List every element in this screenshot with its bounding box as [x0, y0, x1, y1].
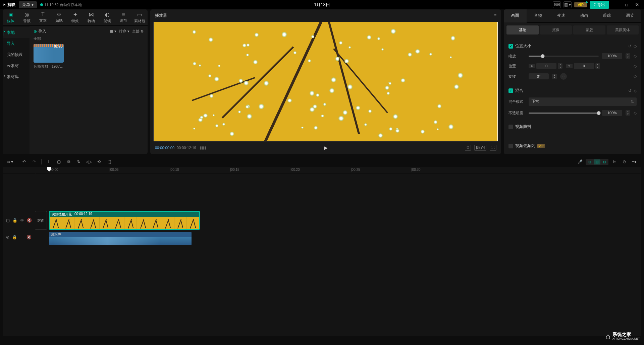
mirror-icon[interactable]: ◁▷ [85, 158, 93, 166]
track-toggle-icon[interactable]: ▢ [6, 218, 10, 223]
mic-icon[interactable]: 🎤 [576, 158, 584, 166]
snap-3[interactable]: ⊟ [601, 159, 608, 164]
snap-2[interactable]: ⊟ [594, 159, 600, 164]
snap-1[interactable]: ⊟ [586, 159, 593, 164]
subtab-cutout[interactable]: 抠像 [540, 25, 572, 34]
vip-badge[interactable]: VIP [574, 2, 587, 7]
import-button[interactable]: ⊕导入 [34, 28, 46, 34]
audio-track-lock-icon[interactable]: 🔒 [12, 235, 17, 239]
sidebar-item-cloud[interactable]: 云素材 [3, 60, 30, 71]
opacity-keyframe-icon[interactable]: ◇ [634, 111, 637, 115]
blend-keyframe-icon[interactable]: ◇ [634, 88, 637, 93]
blend-mode-select[interactable]: 正常⇅ [529, 97, 637, 106]
timeline-ruler[interactable]: |00:00 |00:05 |00:10 |00:15 |00:20 |00:2… [36, 167, 641, 174]
opacity-slider[interactable] [529, 113, 599, 114]
minimize-button[interactable]: — [612, 1, 620, 8]
sidebar-item-import[interactable]: 导入 [3, 38, 30, 49]
rotate-value[interactable]: 0° [529, 73, 549, 79]
track-mute-icon[interactable]: 🔇 [27, 218, 32, 223]
scale-keyframe-icon[interactable]: ◇ [634, 54, 637, 58]
scale-value[interactable]: 100% [602, 53, 622, 59]
tab-adjust[interactable]: ≡调节 [115, 9, 131, 25]
blend-reset-icon[interactable]: ↺ [628, 88, 632, 93]
rotate-keyframe-icon[interactable]: ◇ [634, 74, 637, 79]
pos-size-checkbox[interactable]: ✓ [508, 44, 513, 49]
play-button[interactable]: ▶ [324, 145, 328, 150]
tab-media[interactable]: ▣媒体 [3, 9, 19, 25]
subtab-mask[interactable]: 蒙版 [573, 25, 605, 34]
audio-track-toggle-icon[interactable]: ⊘ [6, 235, 9, 239]
playhead[interactable] [49, 167, 49, 336]
tab-effects[interactable]: ✦特效 [67, 9, 83, 25]
export-button[interactable]: ⤴导出 [590, 1, 609, 9]
subtab-basic[interactable]: 基础 [506, 25, 539, 34]
reset-icon[interactable]: ↺ [628, 44, 632, 49]
props-tab-audio[interactable]: 音频 [527, 9, 549, 22]
audio-track-mute-icon[interactable]: 🔇 [26, 235, 32, 239]
tab-filter[interactable]: ◐滤镜 [99, 9, 115, 25]
stabilize-checkbox[interactable] [508, 125, 513, 129]
undo-icon[interactable]: ↶ [20, 158, 29, 166]
sidebar-item-presets[interactable]: 我的预设 [3, 49, 30, 60]
tab-assets[interactable]: ▭素材包 [131, 9, 148, 25]
video-clip-time: 00:00:12:19 [74, 212, 92, 217]
align-icon[interactable]: ⊫ [610, 158, 619, 166]
opacity-value[interactable]: 100% [602, 110, 622, 116]
select-tool-icon[interactable]: ▭ ▾ [5, 158, 14, 166]
deflicker-label: 视频去频闪 [515, 143, 535, 149]
sidebar-item-library[interactable]: ▸素材库 [3, 71, 30, 82]
props-tab-adjust[interactable]: 调节 [619, 9, 641, 22]
menu-button[interactable]: 菜单▾ [19, 1, 37, 8]
redo-icon[interactable]: ↷ [30, 158, 39, 166]
deflicker-checkbox[interactable] [508, 144, 513, 148]
sort-button[interactable]: 排序 ▾ [119, 29, 129, 34]
scale-slider[interactable] [529, 56, 599, 57]
subtab-beauty[interactable]: 美颜美体 [607, 25, 639, 34]
player-canvas[interactable] [154, 22, 498, 141]
columns-icon[interactable]: ▮▮▮ [200, 145, 207, 150]
crop-icon[interactable]: ⊡ [465, 145, 471, 151]
stabilize-label: 视频防抖 [515, 124, 531, 130]
filter-button[interactable]: 全部 ⇅ [132, 29, 144, 34]
delete-icon[interactable]: ▢ [54, 158, 63, 166]
track-eye-icon[interactable]: 👁 [20, 218, 24, 223]
tab-transition[interactable]: ⋈转场 [83, 9, 99, 25]
copy-icon[interactable]: ⧉ [64, 158, 73, 166]
props-tab-speed[interactable]: 变速 [550, 9, 573, 22]
zoom-out-icon[interactable]: ⊖ [620, 158, 629, 166]
maximize-button[interactable]: ◻ [623, 1, 631, 8]
props-tab-anim[interactable]: 动画 [573, 9, 595, 22]
keyframe-icon[interactable]: ◇ [634, 44, 637, 49]
pos-x-value[interactable]: 0 [536, 63, 556, 69]
zoom-slider-icon[interactable]: ━● [630, 158, 639, 166]
zoom-in-icon[interactable]: ⊕ [633, 0, 641, 8]
props-tab-track[interactable]: 跟踪 [595, 9, 618, 22]
blend-checkbox[interactable]: ✓ [508, 88, 513, 93]
audio-clip[interactable]: 流水声 [49, 232, 192, 245]
position-label: 位置 [508, 64, 525, 69]
pos-keyframe-icon[interactable]: ◇ [634, 64, 637, 68]
sidebar-item-local[interactable]: •本地 [3, 27, 30, 38]
rotate-icon[interactable]: ⟲ [95, 158, 103, 166]
flip-icon[interactable]: ↔ [560, 73, 567, 80]
ratio-button[interactable]: [原始] [474, 145, 486, 151]
tab-sticker[interactable]: ☺贴纸 [51, 9, 67, 25]
media-panel: ▣媒体 ◎音频 T文本 ☺贴纸 ✦特效 ⋈转场 ◐滤镜 ≡调节 ▭素材包 •本地… [3, 9, 148, 154]
props-tab-picture[interactable]: 画面 [504, 9, 527, 22]
fullscreen-icon[interactable]: ⛶ [490, 145, 496, 151]
keyboard-icon[interactable]: ⌨ [553, 1, 561, 8]
crop-tool-icon[interactable]: ⬚ [105, 158, 113, 166]
media-clip[interactable]: 02:25 音频素材 - 1967.mp3 [34, 44, 64, 69]
track-lock-icon[interactable]: 🔒 [12, 218, 17, 223]
reverse-icon[interactable]: ↻ [74, 158, 83, 166]
video-clip[interactable]: 实拍植物开花 00:00:12:19 [49, 211, 200, 230]
tab-audio[interactable]: ◎音频 [19, 9, 35, 25]
player-menu-icon[interactable]: ≡ [494, 13, 496, 18]
layout-toggle-icon[interactable]: ▦ ▾ [110, 29, 116, 33]
tab-text[interactable]: T文本 [35, 9, 51, 25]
pos-y-value[interactable]: 0 [574, 63, 594, 69]
video-clip-name: 实拍植物开花 [52, 212, 72, 217]
layout-icon[interactable]: ▥ ▾ [564, 1, 572, 8]
split-icon[interactable]: Ⅱ [44, 158, 53, 166]
properties-panel: 画面 音频 变速 动画 跟踪 调节 基础 抠像 蒙版 美颜美体 ✓ 位置大小 ↺… [504, 9, 641, 154]
